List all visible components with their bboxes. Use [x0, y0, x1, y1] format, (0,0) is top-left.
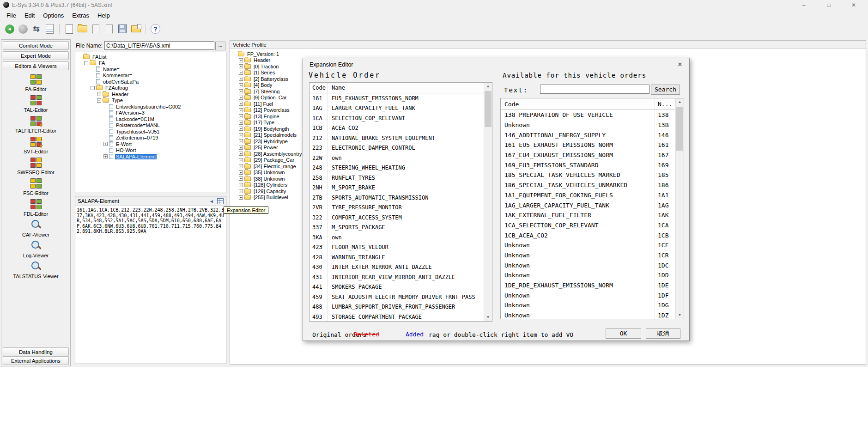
expander-plus-icon[interactable]: + [239, 176, 243, 181]
scroll-up-icon[interactable]: ▲ [676, 98, 684, 106]
expander-plus-icon[interactable]: + [239, 164, 243, 168]
available-order-row[interactable]: 161_EU5_EXHAUST_EMISSIONS_NORM161 [501, 140, 676, 150]
available-order-row[interactable]: 146_ADDITIONAL_ENERGY_SUPPLY146 [501, 130, 676, 140]
expander-plus-icon[interactable]: + [239, 139, 243, 143]
expansion-editor-button[interactable] [217, 198, 224, 204]
sidebar-item-talstatus-viewer[interactable]: TALSTATUS-Viewer [1, 260, 70, 280]
menu-item-options[interactable]: Options [39, 11, 68, 20]
fa-tree-item-row[interactable]: Zeitkriterium=0719 [75, 135, 226, 141]
vehicle-order-row[interactable]: 430INTER_EXTER_MIRROR_ANTI_DAZZLE [310, 262, 484, 273]
vehicle-order-row[interactable]: 337M_SPORTS_PACKAGE [310, 223, 484, 233]
sidebar-item-sweseq-editor[interactable]: SWESEQ-Editor [1, 156, 70, 176]
minimize-icon[interactable]: – [801, 2, 807, 8]
fa-tree-item-row[interactable]: +SALAPA-Element [75, 153, 226, 160]
vehicle-order-row[interactable]: 431INTERIOR_REAR_VIEW_MIRROR_ANTI_DAZZLE [310, 272, 484, 282]
expander-plus-icon[interactable]: + [239, 127, 243, 131]
fa-tree-item-row[interactable]: -Type [75, 97, 226, 104]
vehicle-order-row[interactable]: 423FLOOR_MATS_VELOUR [310, 243, 484, 253]
insert-left-icon[interactable]: ◄ [209, 199, 214, 204]
code-column-header[interactable]: Code [501, 98, 655, 110]
toolbar-report-button[interactable] [43, 23, 56, 35]
vehicle-order-row[interactable]: 488LUMBAR_SUPPORT_DRIVER_FRONT_PASSENGER [310, 302, 484, 312]
available-order-row[interactable]: Unknown1DD [501, 270, 676, 280]
available-order-row[interactable]: 1CA_SELECTION_COP_RELEVANT1CA [501, 220, 676, 231]
sidebar-item-svt-editor[interactable]: ▼SVT-Editor [1, 135, 70, 156]
vehicle-order-row[interactable]: 322COMFORT_ACCESS_SYSTEM [310, 213, 484, 223]
fa-tree-item-row[interactable]: HO-Wort [75, 147, 226, 154]
vehicle-order-row[interactable]: 161EU5_EXHAUST_EMISSIONS_NORM [310, 93, 484, 103]
vehicle-order-row[interactable]: 441SMOKERS_PACKAGE [310, 282, 484, 292]
close-icon[interactable]: ✕ [850, 2, 857, 8]
expander-plus-icon[interactable]: + [239, 133, 243, 137]
toolbar-new-file-button[interactable] [63, 23, 75, 35]
fa-tree-item-row[interactable]: FAVersion=3 [75, 110, 226, 116]
fa-tree-item-row[interactable]: Name= [75, 66, 226, 73]
scrollbar-thumb[interactable] [485, 91, 492, 127]
menu-item-extras[interactable]: Extras [68, 11, 93, 20]
fa-tree-item-row[interactable]: Kommentar= [75, 73, 226, 79]
search-input[interactable] [540, 85, 649, 94]
toolbar-export-file-button[interactable] [103, 23, 115, 35]
expander-plus-icon[interactable]: + [239, 152, 243, 156]
expander-plus-icon[interactable]: + [239, 96, 243, 100]
available-order-row[interactable]: Unknown1DF [501, 290, 676, 300]
sidebar-item-tal-editor[interactable]: TAL-Editor [1, 93, 70, 114]
external-applications-button[interactable]: External Applications [3, 356, 69, 365]
scroll-up-icon[interactable]: ▲ [484, 83, 492, 90]
available-order-row[interactable]: Unknown1DG [501, 300, 676, 310]
vehicle-order-row[interactable]: 258RUNFLAT_TYRES [310, 173, 484, 183]
data-handling-button[interactable]: Data Handling [3, 347, 69, 356]
expander-plus-icon[interactable]: + [103, 142, 108, 146]
fa-tree-item-row[interactable]: +Header [75, 91, 226, 97]
menu-item-file[interactable]: File [2, 11, 20, 20]
expander-plus-icon[interactable]: + [103, 154, 108, 158]
expert-mode-button[interactable]: Expert Mode [3, 51, 69, 60]
vehicle-order-row[interactable]: 2VBTYRE_PRESSURE_MONITOR [310, 203, 484, 213]
available-order-row[interactable]: Unknown1CR [501, 250, 676, 261]
available-order-row[interactable]: Unknown1CE [501, 240, 676, 250]
sidebar-item-fdl-editor[interactable]: FDL-Editor [1, 197, 70, 218]
scroll-down-icon[interactable]: ▼ [484, 314, 492, 321]
vehicle-order-row[interactable]: 248STEERING_WHEEL_HEATING [310, 163, 484, 173]
vehicle-order-row[interactable]: 2NHM_SPORT_BRAKE [310, 183, 484, 193]
expander-plus-icon[interactable]: + [239, 195, 243, 200]
sidebar-item-log-viewer[interactable]: Log-Viewer [1, 239, 70, 260]
search-button[interactable]: Search [651, 85, 680, 95]
toolbar-help-button[interactable]: ? [149, 23, 162, 35]
available-order-row[interactable]: Unknown1DZ [501, 310, 676, 319]
available-order-row[interactable]: 138_PREPARATION_OF_USE_VEHICLE138 [501, 110, 676, 120]
toolbar-connect-button[interactable]: ◄ [3, 23, 16, 35]
available-order-row[interactable]: 1DE_RDE_EXHAUST_EMISSIONS_NORM1DE [501, 280, 676, 291]
expander-plus-icon[interactable]: + [239, 189, 243, 193]
expander-plus-icon[interactable]: + [239, 158, 243, 162]
toolbar-open-file-button[interactable] [130, 23, 142, 35]
available-order-row[interactable]: Unknown1DC [501, 260, 676, 270]
vehicle-order-row[interactable]: 22Wown [310, 153, 484, 163]
sidebar-item-talfilter-editor[interactable]: ▼TALFILTER-Editor [1, 114, 70, 135]
available-order-row[interactable]: 1A1_EQUIPMENT_FOR_COKING_FUELS1A1 [501, 190, 676, 201]
name-column-header[interactable]: Name [328, 85, 345, 91]
available-orders-scrollbar[interactable]: ▲ ▼ [675, 98, 684, 319]
expander-plus-icon[interactable]: + [239, 71, 243, 75]
editors-viewers-header-button[interactable]: Editors & Viewers [3, 61, 69, 70]
maximize-icon[interactable]: □ [826, 2, 832, 8]
menu-item-edit[interactable]: Edit [20, 11, 39, 20]
vehicle-order-row[interactable]: 1CASELECTION_COP_RELEVANT [310, 113, 484, 123]
vehicle-order-row[interactable]: 1CBACEA_CO2 [310, 123, 484, 134]
available-order-row[interactable]: 186_SPECIAL_TASK_VEHICLES_UNMARKED186 [501, 180, 676, 190]
fa-tree-item-row[interactable]: FAList [75, 54, 226, 60]
browse-button[interactable]: ... [215, 42, 225, 50]
available-order-row[interactable]: 185_SPECIAL_TASK_VEHICLES_MARKED185 [501, 170, 676, 180]
vehicle-order-row[interactable]: 212NATIONAL_BRAKE_SYSTEM_EQUIPMENT [310, 133, 484, 143]
sidebar-item-fa-editor[interactable]: FA-Editor [1, 73, 70, 93]
vehicle-order-row[interactable]: 459SEAT_ADJUSTM_ELECTR_MEMORY_DRIVER_FRN… [310, 292, 484, 302]
toolbar-save-button[interactable] [116, 23, 129, 35]
ok-button[interactable]: OK [606, 328, 641, 339]
expander-plus-icon[interactable]: + [239, 114, 243, 118]
expander-plus-icon[interactable]: + [239, 64, 243, 68]
expander-minus-icon[interactable]: - [97, 98, 101, 103]
vehicle-order-row[interactable]: 493STORAGE_COMPARTMENT_PACKAGE [310, 312, 484, 321]
vehicle-order-scrollbar[interactable]: ▲ ▼ [484, 83, 492, 321]
expander-plus-icon[interactable]: + [239, 83, 243, 87]
toolbar-disconnect-button[interactable] [17, 23, 29, 35]
